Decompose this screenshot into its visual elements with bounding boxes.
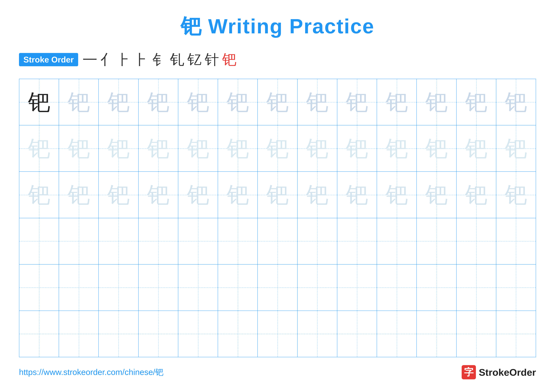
char-lightest: 钯 xyxy=(505,184,527,206)
guide-h xyxy=(258,287,297,288)
guide-h xyxy=(298,241,337,242)
char-light: 钯 xyxy=(68,91,90,113)
cell-r3-c4: 钯 xyxy=(139,172,178,218)
cell-r2-c10: 钯 xyxy=(377,125,417,171)
guide-v xyxy=(437,311,437,357)
guide-v xyxy=(198,264,198,311)
guide-v xyxy=(238,218,238,264)
guide-h xyxy=(59,241,98,242)
cell-r5-c7[interactable] xyxy=(258,264,297,311)
cell-r6-c4[interactable] xyxy=(139,311,178,357)
guide-v xyxy=(238,264,238,311)
cell-r6-c9[interactable] xyxy=(337,311,377,357)
cell-r4-c5[interactable] xyxy=(178,218,218,264)
cell-r4-c4[interactable] xyxy=(139,218,178,264)
guide-v xyxy=(357,264,357,311)
cell-r5-c1[interactable] xyxy=(19,264,59,311)
grid-row-2: 钯 钯 钯 钯 钯 钯 钯 钯 钯 钯 钯 钯 钯 xyxy=(19,125,536,172)
cell-r5-c8[interactable] xyxy=(298,264,337,311)
char-lightest: 钯 xyxy=(107,184,130,206)
cell-r4-c2[interactable] xyxy=(59,218,99,264)
cell-r2-c4: 钯 xyxy=(139,125,178,171)
cell-r5-c4[interactable] xyxy=(139,264,178,311)
cell-r4-c3[interactable] xyxy=(99,218,139,264)
cell-r3-c8: 钯 xyxy=(298,172,337,218)
guide-h xyxy=(218,241,257,242)
cell-r6-c10[interactable] xyxy=(377,311,417,357)
cell-r5-c10[interactable] xyxy=(377,264,417,311)
char-light: 钯 xyxy=(425,91,448,113)
cell-r1-c8: 钯 xyxy=(298,79,337,125)
cell-r4-c6[interactable] xyxy=(218,218,258,264)
char-light: 钯 xyxy=(346,91,368,113)
cell-r4-c12[interactable] xyxy=(457,218,496,264)
cell-r6-c5[interactable] xyxy=(178,311,218,357)
stroke-1: ㇐ xyxy=(83,50,97,69)
cell-r1-c11: 钯 xyxy=(417,79,456,125)
cell-r6-c7[interactable] xyxy=(258,311,297,357)
char-lightest: 钯 xyxy=(346,184,368,206)
cell-r1-c4: 钯 xyxy=(139,79,178,125)
char-lighter: 钯 xyxy=(68,137,90,160)
cell-r2-c7: 钯 xyxy=(258,125,297,171)
cell-r2-c11: 钯 xyxy=(417,125,456,171)
cell-r3-c12: 钯 xyxy=(457,172,496,218)
cell-r5-c9[interactable] xyxy=(337,264,377,311)
cell-r5-c2[interactable] xyxy=(59,264,99,311)
stroke-9-final: 钯 xyxy=(222,50,236,69)
cell-r5-c13[interactable] xyxy=(496,264,536,311)
guide-v xyxy=(476,311,476,357)
cell-r4-c9[interactable] xyxy=(337,218,377,264)
cell-r6-c2[interactable] xyxy=(59,311,99,357)
cell-r5-c3[interactable] xyxy=(99,264,139,311)
cell-r5-c6[interactable] xyxy=(218,264,258,311)
cell-r3-c7: 钯 xyxy=(258,172,297,218)
stroke-3: ⺊ xyxy=(118,50,132,69)
cell-r4-c1[interactable] xyxy=(19,218,59,264)
char-lighter: 钯 xyxy=(227,137,249,160)
cell-r4-c7[interactable] xyxy=(258,218,297,264)
guide-v xyxy=(158,264,159,311)
cell-r3-c9: 钯 xyxy=(337,172,377,218)
cell-r6-c11[interactable] xyxy=(417,311,456,357)
cell-r3-c5: 钯 xyxy=(178,172,218,218)
cell-r5-c5[interactable] xyxy=(178,264,218,311)
guide-h xyxy=(99,241,138,242)
char-lighter: 钯 xyxy=(425,137,448,160)
cell-r5-c12[interactable] xyxy=(457,264,496,311)
guide-v xyxy=(79,311,79,357)
guide-v xyxy=(278,311,278,357)
cell-r6-c12[interactable] xyxy=(457,311,496,357)
guide-v xyxy=(158,218,159,264)
cell-r5-c11[interactable] xyxy=(417,264,456,311)
guide-h xyxy=(337,334,377,334)
footer-url[interactable]: https://www.strokeorder.com/chinese/钯 xyxy=(19,367,163,378)
char-light: 钯 xyxy=(266,91,289,113)
char-lighter: 钯 xyxy=(505,137,527,160)
guide-h xyxy=(178,334,218,334)
guide-v xyxy=(278,264,278,311)
grid-row-4 xyxy=(19,218,536,264)
guide-h xyxy=(457,287,496,288)
guide-v xyxy=(238,311,238,357)
char-lighter: 钯 xyxy=(465,137,487,160)
guide-h xyxy=(19,241,59,242)
char-lightest: 钯 xyxy=(187,184,209,206)
char-lightest: 钯 xyxy=(465,184,487,206)
guide-h xyxy=(99,287,138,288)
cell-r6-c8[interactable] xyxy=(298,311,337,357)
cell-r4-c11[interactable] xyxy=(417,218,456,264)
cell-r1-c7: 钯 xyxy=(258,79,297,125)
guide-v xyxy=(357,311,357,357)
cell-r6-c13[interactable] xyxy=(496,311,536,357)
guide-v xyxy=(158,311,159,357)
guide-h xyxy=(139,241,178,242)
cell-r6-c1[interactable] xyxy=(19,311,59,357)
cell-r6-c3[interactable] xyxy=(99,311,139,357)
cell-r6-c6[interactable] xyxy=(218,311,258,357)
guide-v xyxy=(437,264,437,311)
cell-r4-c10[interactable] xyxy=(377,218,417,264)
cell-r3-c2: 钯 xyxy=(59,172,99,218)
cell-r4-c8[interactable] xyxy=(298,218,337,264)
cell-r4-c13[interactable] xyxy=(496,218,536,264)
